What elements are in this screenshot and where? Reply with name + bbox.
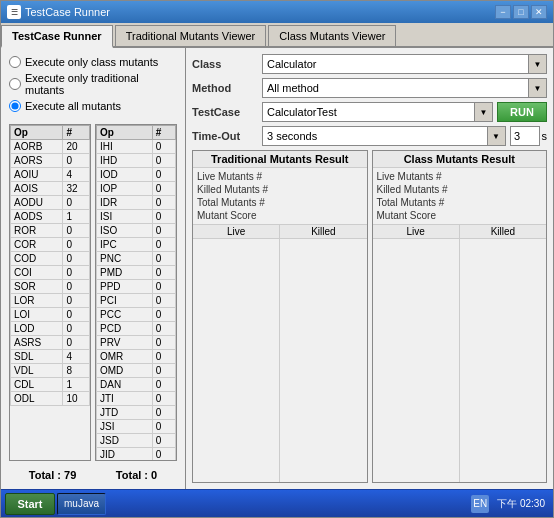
start-button[interactable]: Start	[5, 493, 55, 515]
table-row: LOR0	[11, 294, 90, 308]
trad-live-col-header: Live	[193, 225, 280, 238]
class-score-value	[522, 210, 542, 221]
tab-class-mutants[interactable]: Class Mutants Viewer	[268, 25, 396, 46]
op-table-1: Op # AORB20AORS0AOIU4AOIS32AODU0AODS1ROR…	[9, 124, 91, 461]
testcase-label: TestCase	[192, 106, 262, 118]
traditional-result-panel: Traditional Mutants Result Live Mutants …	[192, 150, 368, 483]
class-stats: Live Mutants # Killed Mutants # Total Mu…	[373, 168, 547, 224]
method-select-arrow[interactable]: ▼	[529, 78, 547, 98]
table2-hash-header: #	[152, 126, 175, 140]
table-row: COD0	[11, 252, 90, 266]
method-select[interactable]: All method	[262, 78, 529, 98]
table-row: PCI0	[97, 294, 176, 308]
trad-stat-killed: Killed Mutants #	[197, 183, 363, 196]
tab-bar: TestCase Runner Traditional Mutants View…	[1, 23, 553, 48]
class-select[interactable]: Calculator	[262, 54, 529, 74]
table-row: AORB20	[11, 140, 90, 154]
radio-all-mutants[interactable]: Execute all mutants	[9, 100, 177, 112]
class-killed-label: Killed Mutants #	[377, 184, 448, 195]
method-row: Method All method ▼	[192, 78, 547, 98]
tab-testcase-runner[interactable]: TestCase Runner	[1, 25, 113, 48]
table1-hash-header: #	[63, 126, 90, 140]
class-killed-value	[522, 184, 542, 195]
timeout-wrapper: 3 seconds ▼	[262, 126, 506, 146]
traditional-stats: Live Mutants # Killed Mutants # Total Mu…	[193, 168, 367, 224]
class-stat-total: Total Mutants #	[377, 196, 543, 209]
radio-all[interactable]	[9, 100, 21, 112]
trad-total-value	[343, 197, 363, 208]
traditional-result-title: Traditional Mutants Result	[193, 151, 367, 168]
class-killed-content	[460, 239, 546, 482]
timeout-spinner[interactable]	[510, 126, 540, 146]
timeout-arrow[interactable]: ▼	[488, 126, 506, 146]
table-row: JID0	[97, 448, 176, 462]
taskbar-lang-icon: EN	[471, 495, 489, 513]
timeout-select[interactable]: 3 seconds	[262, 126, 488, 146]
window-icon: ☰	[7, 5, 21, 19]
taskbar: Start muJava EN 下午 02:30	[1, 489, 553, 517]
close-button[interactable]: ✕	[531, 5, 547, 19]
trad-live-killed-header: Live Killed	[193, 224, 367, 239]
table-row: AODS1	[11, 210, 90, 224]
main-window: ☰ TestCase Runner − □ ✕ TestCase Runner …	[0, 0, 554, 518]
table-row: JSD0	[97, 434, 176, 448]
trad-killed-value	[343, 184, 363, 195]
radio-traditional-only[interactable]	[9, 78, 21, 90]
trad-score-value	[343, 210, 363, 221]
method-label: Method	[192, 82, 262, 94]
testcase-row: TestCase ▼ RUN	[192, 102, 547, 122]
radio-traditional-only-label: Execute only traditional mutants	[25, 72, 177, 96]
radio-group: Execute only class mutants Execute only …	[9, 56, 177, 116]
class-stat-score: Mutant Score	[377, 209, 543, 222]
class-total-value	[522, 197, 542, 208]
table-row: AOIS32	[11, 182, 90, 196]
testcase-input[interactable]	[262, 102, 475, 122]
radio-traditional-mutants[interactable]: Execute only traditional mutants	[9, 72, 177, 96]
table-row: PPD0	[97, 280, 176, 294]
total2: Total : 0	[116, 469, 157, 481]
right-panel: Class Calculator ▼ Method All method ▼ T…	[186, 48, 553, 489]
run-button[interactable]: RUN	[497, 102, 547, 122]
trad-killed-label: Killed Mutants #	[197, 184, 268, 195]
seconds-label: s	[542, 130, 548, 142]
class-live-content	[373, 239, 460, 482]
radio-all-label: Execute all mutants	[25, 100, 121, 112]
class-live-killed-content	[373, 239, 547, 482]
trad-total-label: Total Mutants #	[197, 197, 265, 208]
table-row: VDL8	[11, 364, 90, 378]
results-area: Traditional Mutants Result Live Mutants …	[192, 150, 547, 483]
trad-live-content	[193, 239, 280, 482]
taskbar-mujava[interactable]: muJava	[57, 493, 106, 515]
radio-class-mutants[interactable]: Execute only class mutants	[9, 56, 177, 68]
table-row: ODL10	[11, 392, 90, 406]
table-row: OMR0	[97, 350, 176, 364]
table-row: AOIU4	[11, 168, 90, 182]
table-row: OMD0	[97, 364, 176, 378]
trad-live-label: Live Mutants #	[197, 171, 262, 182]
table-row: IOD0	[97, 168, 176, 182]
table-row: IOP0	[97, 182, 176, 196]
table-row: CDL1	[11, 378, 90, 392]
table-row: SDL4	[11, 350, 90, 364]
total1: Total : 79	[29, 469, 76, 481]
table1-op-header: Op	[11, 126, 63, 140]
testcase-arrow[interactable]: ▼	[475, 102, 493, 122]
class-stat-killed: Killed Mutants #	[377, 183, 543, 196]
table-row: IPC0	[97, 238, 176, 252]
table-row: PNC0	[97, 252, 176, 266]
class-select-arrow[interactable]: ▼	[529, 54, 547, 74]
maximize-button[interactable]: □	[513, 5, 529, 19]
class-live-label: Live Mutants #	[377, 171, 442, 182]
class-result-title: Class Mutants Result	[373, 151, 547, 168]
minimize-button[interactable]: −	[495, 5, 511, 19]
tab-traditional-mutants[interactable]: Traditional Mutants Viewer	[115, 25, 267, 46]
table-row: LOD0	[11, 322, 90, 336]
taskbar-icons: EN 下午 02:30	[471, 495, 549, 513]
class-select-wrapper: Calculator ▼	[262, 54, 547, 74]
class-live-killed-header: Live Killed	[373, 224, 547, 239]
table-row: ROR0	[11, 224, 90, 238]
table-row: ISO0	[97, 224, 176, 238]
table-row: SOR0	[11, 280, 90, 294]
radio-class-only[interactable]	[9, 56, 21, 68]
class-score-label: Mutant Score	[377, 210, 436, 221]
